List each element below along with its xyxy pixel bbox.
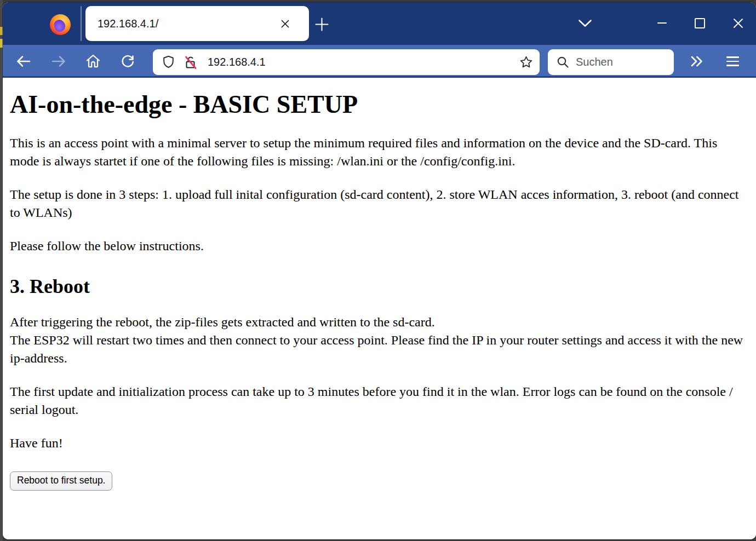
- reload-icon: [119, 53, 136, 70]
- maximize-icon: [695, 18, 705, 28]
- shield-icon[interactable]: [161, 55, 176, 70]
- search-placeholder: Suchen: [576, 56, 613, 68]
- intro-paragraph-2: The setup is done in 3 steps: 1. upload …: [10, 186, 747, 222]
- intro-paragraph-1: This is an access point with a minimal s…: [10, 134, 747, 170]
- reload-button[interactable]: [119, 53, 136, 70]
- search-input[interactable]: Suchen: [548, 49, 674, 75]
- tab-title: 192.168.4.1/: [98, 18, 274, 30]
- back-button[interactable]: [15, 53, 32, 70]
- bookmark-star-icon[interactable]: [515, 51, 537, 73]
- double-chevron-icon: [690, 55, 704, 67]
- section-heading: 3. Reboot: [10, 275, 747, 298]
- page-title: AI-on-the-edge - BASIC SETUP: [10, 90, 747, 119]
- browser-tab[interactable]: 192.168.4.1/: [85, 6, 309, 41]
- tab-close-icon[interactable]: [274, 13, 296, 34]
- hamburger-icon: [726, 56, 739, 58]
- window-close-button[interactable]: [728, 13, 748, 33]
- maximize-button[interactable]: [690, 13, 709, 33]
- insecure-connection-icon[interactable]: [183, 55, 198, 70]
- toolbar-overflow-button[interactable]: [688, 53, 706, 70]
- have-fun-text: Have fun!: [10, 434, 747, 452]
- minimize-button[interactable]: [652, 13, 672, 33]
- home-button[interactable]: [85, 53, 101, 70]
- list-all-tabs-button[interactable]: [576, 15, 594, 31]
- web-page-content: AI-on-the-edge - BASIC SETUP This is an …: [3, 78, 756, 539]
- app-menu-button[interactable]: [723, 53, 742, 70]
- firefox-logo-icon: [50, 14, 71, 35]
- url-bar[interactable]: 192.168.4.1: [153, 49, 540, 75]
- search-icon: [556, 55, 570, 69]
- forward-arrow-icon: [50, 53, 67, 70]
- reboot-paragraph-1: After triggering the reboot, the zip-fil…: [10, 313, 747, 367]
- home-icon: [85, 53, 101, 70]
- back-arrow-icon: [15, 53, 32, 70]
- url-text[interactable]: 192.168.4.1: [208, 56, 515, 68]
- browser-toolbar: 192.168.4.1 Suchen: [3, 45, 756, 78]
- forward-button[interactable]: [50, 53, 67, 70]
- reboot-button[interactable]: Reboot to first setup.: [10, 471, 112, 491]
- reboot-paragraph-2: The first update and initialization proc…: [10, 383, 747, 419]
- browser-window: 192.168.4.1/: [3, 2, 756, 539]
- browser-titlebar: 192.168.4.1/: [3, 2, 756, 45]
- new-tab-button[interactable]: [312, 14, 331, 34]
- minimize-icon: [657, 22, 667, 24]
- intro-paragraph-3: Please follow the below instructions.: [10, 237, 747, 255]
- tab-separator: [81, 6, 82, 41]
- close-icon: [732, 18, 744, 29]
